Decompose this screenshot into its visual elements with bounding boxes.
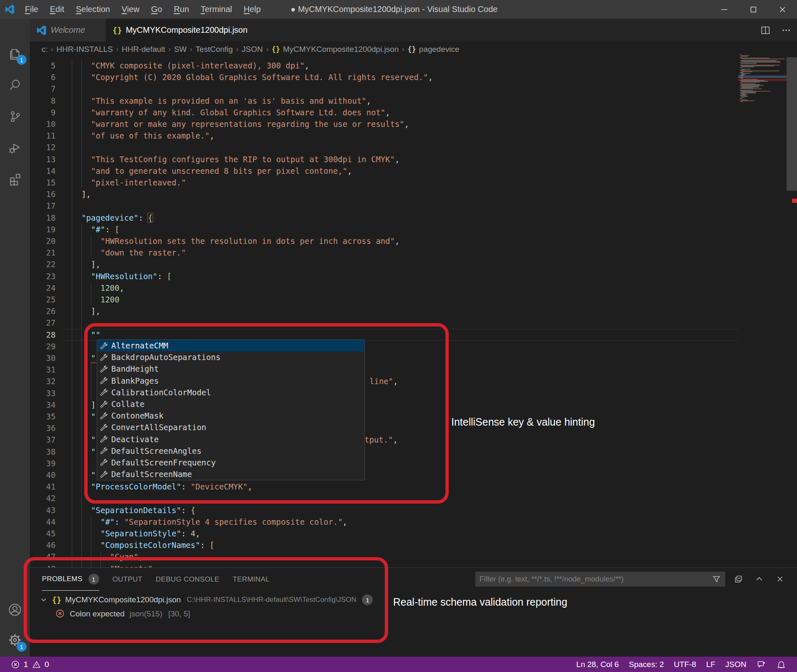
breadcrumb-separator: › bbox=[190, 46, 192, 53]
search-icon[interactable] bbox=[0, 73, 30, 97]
menu-view[interactable]: View bbox=[116, 0, 145, 19]
source-control-icon[interactable] bbox=[0, 104, 30, 129]
indent-guide bbox=[91, 282, 91, 305]
indent-guide bbox=[81, 224, 82, 567]
token: "CompositeColorNames" bbox=[100, 541, 200, 550]
code-line-21: "down the raster." bbox=[100, 247, 186, 259]
extensions-icon[interactable] bbox=[0, 167, 30, 192]
line-number: 7 bbox=[30, 83, 56, 95]
tab-active-label: MyCMYKComposite1200dpi.json bbox=[126, 25, 247, 35]
collapse-panel-icon[interactable] bbox=[755, 575, 764, 584]
eol[interactable]: LF bbox=[706, 660, 715, 669]
status-right: Ln 28, Col 6 Spaces: 2 UTF-8 LF JSON bbox=[576, 660, 786, 670]
token: "pagedevice" bbox=[81, 213, 138, 222]
token: : bbox=[200, 541, 210, 550]
problems-filter-input[interactable]: Filter (e.g. text, **/*.ts, !**/node_mod… bbox=[475, 572, 725, 587]
breadcrumb-item[interactable]: SW bbox=[174, 45, 187, 54]
copy-icon[interactable] bbox=[734, 575, 743, 584]
language-mode[interactable]: JSON bbox=[725, 660, 746, 669]
line-number: 35 bbox=[30, 411, 56, 423]
close-panel-icon[interactable] bbox=[775, 575, 785, 584]
line-number: 36 bbox=[30, 422, 56, 434]
explorer-icon[interactable]: 1 bbox=[0, 41, 30, 66]
menu-go[interactable]: Go bbox=[145, 0, 168, 19]
line-number: 18 bbox=[30, 212, 56, 224]
token: : bbox=[181, 529, 191, 538]
breadcrumb-item[interactable]: TestConfig bbox=[196, 45, 233, 54]
warning-count: 0 bbox=[45, 660, 49, 669]
code-line-18: "pagedevice": { bbox=[81, 212, 153, 224]
editor-scrollbar[interactable] bbox=[787, 57, 797, 567]
breadcrumb-item[interactable]: {}pagedevice bbox=[408, 45, 460, 54]
token: "SeparationDetails" bbox=[91, 506, 181, 515]
encoding[interactable]: UTF-8 bbox=[674, 660, 696, 669]
menu-run[interactable]: Run bbox=[168, 0, 195, 19]
line-number: 9 bbox=[30, 107, 56, 119]
token: , bbox=[210, 131, 214, 140]
filter-funnel-icon[interactable] bbox=[712, 575, 721, 584]
breadcrumb-item[interactable]: JSON bbox=[242, 45, 263, 54]
token: ], bbox=[91, 307, 100, 316]
line-number: 30 bbox=[30, 352, 56, 364]
menu-edit[interactable]: Edit bbox=[44, 0, 70, 19]
code-line-6: "Copyright (C) 2020 Global Graphics Soft… bbox=[91, 71, 433, 83]
token: "SeparationStyle 4 specifies composite c… bbox=[124, 517, 342, 526]
menu-terminal[interactable]: Terminal bbox=[195, 0, 238, 19]
token: { bbox=[191, 506, 195, 515]
menu-selection[interactable]: Selection bbox=[70, 0, 116, 19]
breadcrumb-item[interactable]: {}MyCMYKComposite1200dpi.json bbox=[271, 45, 398, 54]
settings-badge: 1 bbox=[17, 642, 27, 652]
menu-file[interactable]: File bbox=[19, 0, 44, 19]
indentation[interactable]: Spaces: 2 bbox=[629, 660, 664, 669]
split-editor-icon[interactable] bbox=[760, 25, 770, 35]
token: "warrant or make any representations reg… bbox=[91, 119, 404, 129]
code-line-13: "This TestConfig configures the RIP to o… bbox=[91, 153, 400, 166]
annotation-intellisense-label: IntelliSense key & value hinting bbox=[451, 416, 595, 428]
line-number: 41 bbox=[30, 481, 56, 493]
code-line-26: ], bbox=[91, 305, 100, 317]
line-number: 5 bbox=[30, 60, 56, 72]
feedback-icon[interactable] bbox=[756, 660, 766, 670]
breadcrumb-separator: › bbox=[169, 46, 171, 53]
menu-help[interactable]: Help bbox=[238, 0, 266, 19]
problems-status[interactable]: 1 0 bbox=[0, 660, 49, 669]
token: , bbox=[342, 517, 347, 526]
code-line-23: "HWResolution": [ bbox=[91, 270, 172, 282]
run-debug-icon[interactable] bbox=[0, 135, 30, 160]
breadcrumb-item[interactable]: HHR-INSTALLS bbox=[56, 45, 113, 54]
activity-bar: 1 bbox=[0, 19, 30, 657]
line-number: 22 bbox=[30, 258, 56, 270]
filter-placeholder: Filter (e.g. text, **/*.ts, !**/node_mod… bbox=[479, 575, 712, 584]
cursor-position[interactable]: Ln 28, Col 6 bbox=[576, 660, 619, 669]
breadcrumb-item[interactable]: c: bbox=[42, 45, 48, 54]
scrollbar-slider[interactable] bbox=[787, 57, 797, 191]
window-title: ● MyCMYKComposite1200dpi.json - Visual S… bbox=[291, 0, 498, 19]
line-number: 29 bbox=[30, 341, 56, 353]
close-window-button[interactable] bbox=[768, 0, 797, 19]
more-actions-icon[interactable] bbox=[781, 25, 791, 35]
line-number: 28 bbox=[30, 329, 56, 341]
code-line-43: "SeparationDetails": { bbox=[91, 504, 196, 516]
minimap-line bbox=[741, 58, 785, 59]
overview-error-marker bbox=[792, 199, 797, 203]
line-number: 17 bbox=[30, 200, 56, 212]
line-number: 33 bbox=[30, 387, 56, 399]
code-line-20: "HWResolution sets the resolution in dot… bbox=[100, 235, 400, 247]
line-number: 24 bbox=[30, 282, 56, 294]
tab-active-file[interactable]: {} MyCMYKComposite1200dpi.json bbox=[106, 19, 210, 41]
maximize-button[interactable] bbox=[739, 0, 768, 19]
indent-guide bbox=[81, 60, 82, 188]
token: : bbox=[115, 517, 124, 526]
minimize-button[interactable] bbox=[710, 0, 739, 19]
minimap[interactable] bbox=[738, 57, 787, 567]
token: { bbox=[148, 213, 152, 222]
notifications-bell-icon[interactable] bbox=[776, 660, 786, 670]
token: 1200 bbox=[100, 283, 120, 292]
line-number: 19 bbox=[30, 224, 56, 236]
tab-welcome[interactable]: Welcome bbox=[30, 19, 106, 41]
token: "down the raster." bbox=[100, 248, 186, 257]
tab-welcome-label: Welcome bbox=[51, 25, 85, 35]
indent-guide bbox=[72, 60, 72, 567]
minimap-line bbox=[740, 67, 742, 68]
breadcrumb-item[interactable]: HHR-default bbox=[122, 45, 165, 54]
